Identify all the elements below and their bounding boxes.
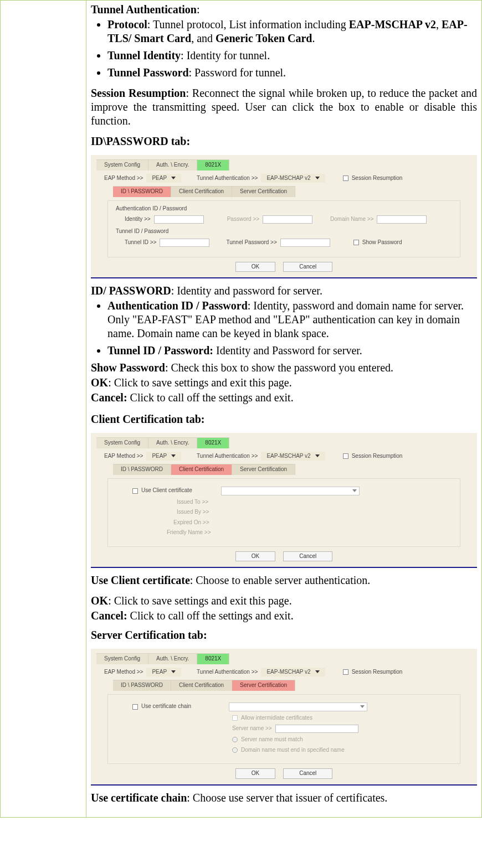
use-cert-chain-doctext: : Choose use server that issuer of certi…: [187, 792, 387, 804]
ok-text: : Click to save settings and exit this p…: [108, 376, 292, 389]
caret-icon: [315, 670, 320, 673]
eap-method-value: PEAP: [152, 175, 167, 182]
tab-8021x[interactable]: 8021X: [197, 437, 229, 448]
session-resumption-checkbox[interactable]: [343, 669, 348, 675]
protocol-sep1: ,: [436, 18, 442, 30]
subtab-server-cert[interactable]: Server Certification: [232, 464, 295, 475]
session-resumption-chk-label: Session Resumption: [352, 453, 403, 460]
tab-8021x[interactable]: 8021X: [197, 159, 229, 170]
cert-chain-select[interactable]: [229, 702, 367, 711]
tunnel-id-input[interactable]: [160, 239, 209, 247]
client-cert-select[interactable]: [221, 487, 360, 495]
eap-method-label: EAP Method >>: [104, 453, 143, 460]
subtab-server-cert[interactable]: Server Certification: [232, 186, 295, 197]
auth-id-heading: Authentication ID / Password: [116, 205, 452, 213]
protocol-mschap: EAP-MSCHAP v2: [349, 18, 436, 30]
use-client-cert-checkbox[interactable]: [132, 488, 138, 494]
auth-id-label: Authentication ID / Password: [107, 299, 248, 312]
idpwd-desc-heading: ID/ PASSWORD: Identity and password for …: [91, 284, 477, 298]
ok2-label: OK: [91, 595, 108, 607]
tunnel-auth-value: EAP-MSCHAP v2: [266, 453, 310, 460]
tunnel-pw-input[interactable]: [280, 239, 330, 247]
subtab-client-cert[interactable]: Client Certification: [171, 464, 232, 475]
eap-method-dropdown[interactable]: PEAP: [146, 668, 181, 677]
session-resumption-checkbox[interactable]: [343, 175, 348, 181]
domain-input[interactable]: [377, 215, 427, 224]
tunnel-auth-label2: Tunnel Authentication >>: [197, 175, 258, 182]
allow-intermediate-checkbox[interactable]: [232, 715, 238, 721]
tunnel-auth-value: EAP-MSCHAP v2: [266, 669, 310, 676]
ok-button[interactable]: OK: [235, 768, 275, 779]
eap-method-value: PEAP: [152, 669, 167, 676]
idpwd-tab-heading: ID\PASSWORD tab:: [91, 135, 477, 148]
tunnel-auth-protocol: Protocol: Tunnel protocol, List informat…: [107, 18, 477, 45]
cancel2-line: Cancel: Click to call off the settings a…: [91, 609, 477, 623]
opt2-label: Domain name must end in specified name: [241, 747, 345, 754]
ss3-tabs: System Config Auth. \ Encry. 8021X: [96, 653, 471, 664]
tunnel-id-label2: Tunnel ID / Password:: [107, 344, 213, 356]
tunnel-auth-dropdown[interactable]: EAP-MSCHAP v2: [261, 668, 325, 677]
identity-input[interactable]: [154, 215, 204, 224]
eap-method-label: EAP Method >>: [104, 175, 143, 182]
issued-by-row: Issued By >>: [177, 509, 452, 516]
tab-auth-encry[interactable]: Auth. \ Encry.: [148, 653, 197, 664]
eap-method-dropdown[interactable]: PEAP: [146, 174, 181, 183]
tab-auth-encry[interactable]: Auth. \ Encry.: [148, 159, 197, 170]
tab-system-config[interactable]: System Config: [96, 653, 148, 664]
tunnel-auth-dropdown[interactable]: EAP-MSCHAP v2: [261, 452, 325, 461]
tab-system-config[interactable]: System Config: [96, 437, 148, 448]
cancel-button[interactable]: Cancel: [283, 768, 332, 779]
show-password-checkbox[interactable]: [353, 240, 359, 245]
subtab-idpwd[interactable]: ID \ PASSWORD: [113, 680, 171, 691]
ok-button[interactable]: OK: [235, 551, 275, 562]
identity-label: Identity >>: [125, 216, 151, 223]
ss3-eap-row: EAP Method >> PEAP Tunnel Authentication…: [104, 668, 471, 677]
friendly-name-label: Friendly Name >>: [167, 529, 211, 536]
protocol-sep2: , and: [191, 32, 216, 44]
eap-method-value: PEAP: [152, 453, 167, 460]
caret-icon: [171, 454, 176, 457]
page: Tunnel Authentication: Protocol: Tunnel …: [0, 0, 482, 868]
issued-to-label: Issued To >>: [177, 499, 208, 506]
ss3-subtabs: ID \ PASSWORD Client Certification Serve…: [113, 680, 471, 691]
cancel2-label: Cancel:: [91, 609, 127, 622]
cancel-button[interactable]: Cancel: [283, 262, 332, 272]
use-client-cert-doclabel: Use Client certificate: [91, 574, 190, 586]
subtab-client-cert[interactable]: Client Certification: [171, 186, 232, 197]
ss1-tabs: System Config Auth. \ Encry. 8021X: [96, 159, 471, 170]
subtab-server-cert[interactable]: Server Certification: [232, 680, 295, 691]
tunnel-id-label: Tunnel ID >>: [125, 239, 156, 246]
password-input[interactable]: [263, 215, 312, 224]
ss2-eap-row: EAP Method >> PEAP Tunnel Authentication…: [104, 452, 471, 461]
domain-end-radio[interactable]: [232, 747, 238, 753]
protocol-label: Protocol: [107, 18, 147, 30]
server-name-row: Server name >>: [232, 725, 452, 733]
subtab-idpwd[interactable]: ID \ PASSWORD: [113, 464, 171, 475]
ok-button[interactable]: OK: [235, 262, 275, 272]
domain-label: Domain Name >>: [330, 216, 373, 223]
use-client-cert-line: Use Client certificate: Choose to enable…: [91, 574, 477, 587]
tab-auth-encry[interactable]: Auth. \ Encry.: [148, 437, 197, 448]
tab-8021x[interactable]: 8021X: [197, 653, 229, 664]
tunnel-id-text: Identity and Password for server.: [213, 344, 362, 356]
cancel-button[interactable]: Cancel: [283, 551, 332, 562]
subtab-client-cert[interactable]: Client Certification: [171, 680, 232, 691]
session-resumption-chk-label: Session Resumption: [352, 669, 403, 676]
issued-by-label: Issued By >>: [177, 509, 209, 516]
session-resumption-checkbox[interactable]: [343, 453, 348, 459]
subtab-idpwd[interactable]: ID \ PASSWORD: [113, 186, 171, 197]
use-cert-chain-line: Use certificate chain: Choose use server…: [91, 791, 477, 805]
cancel-line: Cancel: Click to call off the settings a…: [91, 391, 477, 405]
tunnel-auth-dropdown[interactable]: EAP-MSCHAP v2: [261, 174, 325, 183]
caret-icon: [171, 670, 176, 673]
server-name-input[interactable]: [275, 725, 358, 733]
tab-system-config[interactable]: System Config: [96, 159, 148, 170]
ss1-buttons: OK Cancel: [96, 262, 471, 272]
tunnel-identity-text: : Identity for tunnel.: [181, 49, 270, 61]
eap-method-dropdown[interactable]: PEAP: [146, 452, 181, 461]
use-cert-chain-checkbox[interactable]: [132, 704, 138, 710]
tunnel-auth-value: EAP-MSCHAP v2: [266, 175, 310, 182]
server-name-match-radio[interactable]: [232, 737, 238, 742]
eap-method-label: EAP Method >>: [104, 669, 143, 676]
protocol-text1: : Tunnel protocol, List information incl…: [147, 18, 349, 30]
